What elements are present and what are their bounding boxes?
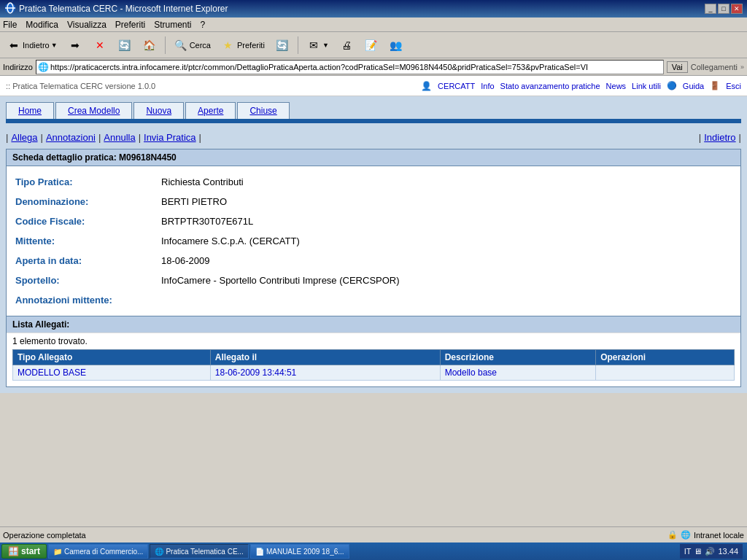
- close-button[interactable]: ✕: [731, 4, 743, 14]
- minimize-button[interactable]: _: [705, 4, 716, 14]
- ie-logo-icon: [4, 2, 16, 16]
- title-bar: Pratica Telematica CERC - Microsoft Inte…: [0, 0, 747, 18]
- taskbar-right: IT 🖥 🔊 13.44: [680, 544, 746, 559]
- menu-file[interactable]: File: [3, 20, 17, 30]
- field-codice-fiscale: Codice Fiscale: BRTPTR30T07E671L: [12, 211, 735, 231]
- forward-button[interactable]: ➡: [64, 36, 86, 55]
- maximize-button[interactable]: □: [718, 4, 729, 14]
- toolbar-sep-1: [165, 36, 166, 54]
- lista-allegati-header: Lista Allegati:: [7, 316, 740, 332]
- col-tipo-allegato: Tipo Allegato: [13, 350, 211, 365]
- favorites-icon: ★: [221, 38, 236, 52]
- header-nav: 👤 CERCATT Info Stato avanzamento pratich…: [421, 81, 741, 91]
- field-annotazioni-mittente: Annotazioni mittente:: [12, 290, 735, 310]
- main-content: Home Crea Modello Nuova Aperte Chiuse | …: [0, 96, 747, 393]
- menu-modifica[interactable]: Modifica: [26, 20, 58, 30]
- tab-nuova[interactable]: Nuova: [133, 102, 184, 119]
- tab-aperte[interactable]: Aperte: [185, 102, 236, 119]
- actions-left: | Allega | Annotazioni | Annulla | Invia…: [6, 132, 201, 143]
- nav-info[interactable]: Info: [481, 82, 494, 90]
- toolbar-sep-2: [298, 36, 298, 54]
- address-label: Indirizzo: [3, 63, 33, 71]
- version-text: :: Pratica Telematica CERC versione 1.0.…: [6, 82, 155, 90]
- nav-link-utili[interactable]: Link utili: [632, 82, 661, 90]
- cercatt-icon: 👤: [421, 81, 432, 91]
- col-operazioni: Operazioni: [596, 350, 735, 365]
- menu-bar: File Modifica Visualizza Preferiti Strum…: [0, 18, 747, 32]
- card-body: Tipo Pratica: Richiesta Contributi Denom…: [7, 166, 740, 316]
- home-icon: 🏠: [142, 38, 157, 52]
- zone-text: Intranet locale: [694, 531, 744, 540]
- refresh2-icon: 🔄: [275, 38, 290, 52]
- actions-right: | Indietro |: [699, 132, 741, 143]
- nav-stato[interactable]: Stato avanzamento pratiche: [500, 82, 600, 90]
- favorites-button[interactable]: ★ Preferiti: [217, 36, 268, 55]
- menu-preferiti[interactable]: Preferiti: [115, 20, 145, 30]
- action-annulla[interactable]: Annulla: [104, 132, 135, 143]
- nav-guida[interactable]: Guida: [683, 82, 704, 90]
- action-annotazioni[interactable]: Annotazioni: [46, 132, 96, 143]
- start-icon: 🪟: [8, 546, 19, 556]
- action-allega[interactable]: Allega: [11, 132, 37, 143]
- edit-icon: 📝: [364, 38, 379, 52]
- nav-news[interactable]: News: [606, 82, 627, 90]
- detail-card: Scheda dettaglio pratica: M09618N4450 Ti…: [6, 149, 741, 387]
- zone-icon: 🌐: [681, 530, 691, 540]
- back-button[interactable]: ⬅ Indietro ▼: [3, 36, 61, 55]
- taskbar-item-2[interactable]: 📄 MANUALE 2009 18_6...: [250, 544, 349, 559]
- table-row: MODELLO BASE 18-06-2009 13:44:51 Modello…: [13, 365, 735, 381]
- lang-indicator: IT: [684, 547, 692, 556]
- col-allegato-il: Allegato il: [210, 350, 440, 365]
- home-button[interactable]: 🏠: [139, 36, 160, 55]
- print-icon: 🖨: [339, 38, 354, 52]
- search-icon: 🔍: [174, 38, 188, 52]
- cell-tipo[interactable]: MODELLO BASE: [13, 365, 211, 381]
- window-title: Pratica Telematica CERC - Microsoft Inte…: [19, 4, 228, 14]
- taskbar-icon-0: 📁: [53, 548, 62, 556]
- refresh-page-button[interactable]: 🔄: [271, 36, 293, 55]
- messenger-button[interactable]: 👥: [385, 36, 407, 55]
- links-button[interactable]: Collegamenti: [691, 63, 738, 71]
- go-button[interactable]: Vai: [667, 61, 688, 73]
- forward-icon: ➡: [68, 38, 82, 52]
- taskbar-item-0[interactable]: 📁 Camera di Commercio...: [48, 544, 148, 559]
- start-button[interactable]: 🪟 start: [1, 544, 47, 559]
- nav-esci[interactable]: Esci: [726, 82, 741, 90]
- action-indietro[interactable]: Indietro: [704, 132, 735, 143]
- tab-home[interactable]: Home: [6, 102, 54, 119]
- stop-button[interactable]: ✕: [89, 36, 111, 55]
- col-descrizione: Descrizione: [440, 350, 596, 365]
- edit-button[interactable]: 📝: [360, 36, 382, 55]
- allegati-table: Tipo Allegato Allegato il Descrizione Op…: [12, 349, 735, 381]
- print-button[interactable]: 🖨: [336, 36, 357, 55]
- taskbar-item-1[interactable]: 🌐 Pratica Telematica CE...: [150, 544, 249, 559]
- tab-crea-modello[interactable]: Crea Modello: [55, 102, 132, 119]
- nav-cercatt[interactable]: CERCATT: [438, 82, 475, 90]
- field-denominazione: Denominazione: BERTI PIETRO: [12, 192, 735, 211]
- card-header: Scheda dettaglio pratica: M09618N4450: [7, 149, 740, 166]
- action-invia[interactable]: Invia Pratica: [144, 132, 196, 143]
- back-icon: ⬅: [7, 38, 21, 52]
- field-sportello: Sportello: InfoCamere - Sportello Contri…: [12, 271, 735, 290]
- cell-descrizione: Modello base: [440, 365, 596, 381]
- menu-strumenti[interactable]: Strumenti: [154, 20, 191, 30]
- search-button[interactable]: 🔍 Cerca: [170, 36, 214, 55]
- status-text: Operazione completata: [3, 531, 86, 540]
- speaker-icon: 🔊: [705, 547, 715, 556]
- mail-button[interactable]: ✉ ▼: [303, 36, 333, 55]
- mail-icon: ✉: [306, 38, 321, 52]
- address-input[interactable]: [49, 61, 662, 74]
- allegati-table-container: Tipo Allegato Allegato il Descrizione Op…: [7, 349, 740, 386]
- page-header: :: Pratica Telematica CERC versione 1.0.…: [0, 76, 747, 96]
- cell-allegato-il: 18-06-2009 13:44:51: [210, 365, 440, 381]
- menu-help[interactable]: ?: [201, 20, 206, 30]
- toolbar: ⬅ Indietro ▼ ➡ ✕ 🔄 🏠 🔍 Cerca ★ Preferiti…: [0, 32, 747, 58]
- field-tipo-pratica: Tipo Pratica: Richiesta Contributi: [12, 172, 735, 192]
- tab-chiuse[interactable]: Chiuse: [237, 102, 289, 119]
- content-area: | Allega | Annotazioni | Annulla | Invia…: [0, 123, 747, 393]
- refresh-button[interactable]: 🔄: [114, 36, 136, 55]
- status-right: 🔒 🌐 Intranet locale: [667, 530, 744, 540]
- taskbar-icon-2: 📄: [255, 548, 264, 556]
- menu-visualizza[interactable]: Visualizza: [67, 20, 107, 30]
- address-ie-icon: 🌐: [38, 62, 49, 72]
